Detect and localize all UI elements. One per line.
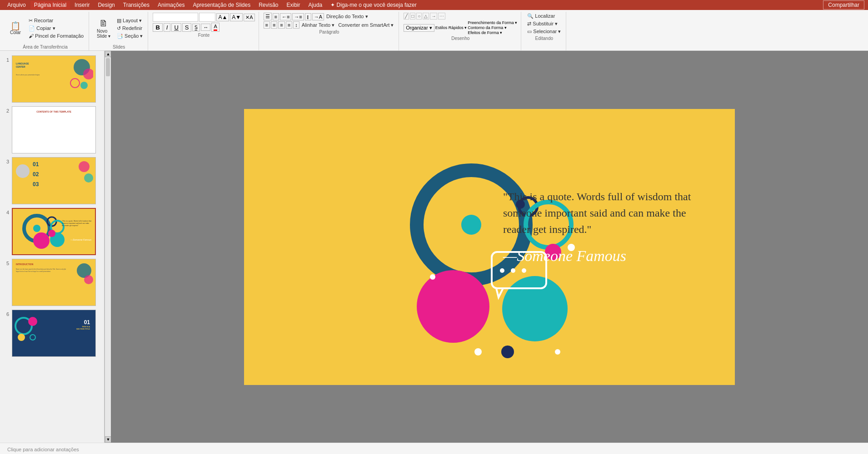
shadow-button[interactable]: S̲ xyxy=(192,24,200,31)
svg-point-17 xyxy=(28,317,37,326)
slide-thumb-6[interactable]: 6 01 THIS IS ASECTION TITLE xyxy=(2,309,102,358)
clipboard-sub-buttons: ✂ Recortar 📄 Copiar ▾ 🖌 Pincel de Format… xyxy=(27,17,85,39)
menu-ajuda[interactable]: Ajuda xyxy=(305,1,326,9)
scroll-thumb-area[interactable] xyxy=(105,57,111,436)
spacing-button[interactable]: ↔ xyxy=(201,24,210,31)
shape-line[interactable]: ╱ xyxy=(404,13,409,20)
align-center-button[interactable]: ≡ xyxy=(271,21,277,29)
slide-thumb-1[interactable]: 1 LANGUAGECENTER Here is where your pres… xyxy=(2,54,102,104)
fill-button[interactable]: Preenchimento da Forma ▾ xyxy=(468,20,517,25)
arrange-button[interactable]: Organizar ▾ xyxy=(404,24,434,32)
num-list-button[interactable]: ≡ xyxy=(273,13,279,20)
svg-point-29 xyxy=(511,268,515,273)
increase-indent-button[interactable]: →≡ xyxy=(292,13,304,20)
menu-pagina-inicial[interactable]: Página Inicial xyxy=(30,1,70,9)
canvas-area[interactable]: "This is a quote. Words full of wisdom t… xyxy=(111,51,868,443)
cut-button[interactable]: ✂ Recortar xyxy=(27,17,85,24)
increase-font-button[interactable]: A▲ xyxy=(216,13,229,21)
slide-panel: 1 LANGUAGECENTER Here is where your pres… xyxy=(0,51,105,443)
shape-arrow[interactable]: → xyxy=(430,13,437,20)
font-family-input[interactable] xyxy=(153,13,198,22)
clear-format-button[interactable]: ✕A xyxy=(244,14,254,21)
layout-button[interactable]: ▤ Layout ▾ xyxy=(115,17,144,24)
menu-revisao[interactable]: Revisão xyxy=(255,1,282,9)
col-button[interactable]: ⫿ xyxy=(305,13,311,20)
bullet-list-button[interactable]: ☰ xyxy=(264,13,272,20)
decrease-indent-button[interactable]: ←≡ xyxy=(280,13,291,20)
svg-point-14 xyxy=(84,275,93,284)
shape-more[interactable]: ⋯ xyxy=(438,13,445,20)
notes-bar[interactable]: Clique para adicionar anotações xyxy=(0,443,868,454)
slide-thumb-3[interactable]: 3 01 02 03 xyxy=(2,156,102,205)
effect-button[interactable]: Efeitos de Forma ▾ xyxy=(468,30,517,35)
scroll-down-button[interactable]: ▼ xyxy=(105,436,111,443)
slide-thumb-5[interactable]: 5 INTRODUCTION Name is in the lower pane… xyxy=(2,258,102,307)
menu-diga[interactable]: ✦ Diga-me o que você deseja fazer xyxy=(327,1,420,9)
strikethrough-button[interactable]: S xyxy=(182,23,192,32)
quote-text: "This is a quote. Words full of wisdom t… xyxy=(503,188,703,237)
bold-button[interactable]: B xyxy=(153,23,162,32)
slide-img-5[interactable]: INTRODUCTION Name is in the lower panel … xyxy=(12,259,96,306)
convert-smartart-button[interactable]: Converter em SmartArt ▾ xyxy=(337,22,395,29)
slide-img-6[interactable]: 01 THIS IS ASECTION TITLE xyxy=(12,310,96,357)
svg-point-25 xyxy=(502,276,568,341)
font-size-input[interactable] xyxy=(199,13,215,22)
svg-point-4 xyxy=(79,161,90,172)
shape-rect[interactable]: □ xyxy=(410,13,415,20)
scroll-thumb[interactable] xyxy=(106,58,110,76)
menu-animacoes[interactable]: Animações xyxy=(154,1,188,9)
align-left-button[interactable]: ≡ xyxy=(264,21,270,29)
menu-inserir[interactable]: Inserir xyxy=(71,1,93,9)
text-dir-button[interactable]: →A xyxy=(312,13,324,20)
line-spacing-button[interactable]: ↕ xyxy=(293,21,299,29)
text-direction-button[interactable]: Direção do Texto ▾ xyxy=(325,13,369,20)
slide-thumb-4[interactable]: 4 "This is a quote. Words full of wis xyxy=(2,207,102,256)
select-button[interactable]: ▭ Selecionar ▾ xyxy=(526,28,562,35)
menu-apresentacao[interactable]: Apresentação de Slides xyxy=(189,1,254,9)
decrease-font-button[interactable]: A▼ xyxy=(230,13,243,21)
section-button[interactable]: 📑 Seção ▾ xyxy=(115,33,144,39)
underline-button[interactable]: U xyxy=(171,23,181,32)
quick-style-a[interactable]: Estilos Rápidos ▾ xyxy=(435,25,467,30)
menu-exibir[interactable]: Exibir xyxy=(283,1,304,9)
slide-sub-buttons: ▤ Layout ▾ ↺ Redefinir 📑 Seção ▾ xyxy=(115,17,144,39)
slide-canvas[interactable]: "This is a quote. Words full of wisdom t… xyxy=(244,109,735,385)
clipboard-buttons: 📋 Colar ✂ Recortar 📄 Copiar ▾ 🖌 Pincel d… xyxy=(5,13,85,44)
italic-button[interactable]: I xyxy=(164,23,171,32)
replace-button[interactable]: ⇄ Substituir ▾ xyxy=(526,20,562,27)
slide-img-1[interactable]: LANGUAGECENTER Here is where your presen… xyxy=(12,55,96,103)
s1-title: LANGUAGECENTER xyxy=(16,62,29,68)
s3-photo xyxy=(16,164,30,178)
slide-thumb-2[interactable]: 2 CONTENTS OF THIS TEMPLATE xyxy=(2,105,102,154)
s5-circles xyxy=(66,262,93,293)
menu-arquivo[interactable]: Arquivo xyxy=(4,1,30,9)
align-right-button[interactable]: ≡ xyxy=(278,21,284,29)
menu-design[interactable]: Design xyxy=(94,1,118,9)
shape-circle[interactable]: ○ xyxy=(416,13,422,20)
new-slide-button[interactable]: 🗎 NovoSlide ▾ xyxy=(94,15,114,41)
align-text-button[interactable]: Alinhar Texto ▾ xyxy=(300,22,336,29)
menu-transicoes[interactable]: Transições xyxy=(120,1,153,9)
paste-button[interactable]: 📋 Colar xyxy=(5,15,25,41)
reset-button[interactable]: ↺ Redefinir xyxy=(115,25,144,32)
slide-panel-scrollbar[interactable]: ▲ ▼ xyxy=(105,51,111,443)
svg-point-21 xyxy=(461,215,481,235)
scroll-up-button[interactable]: ▲ xyxy=(105,51,111,57)
copy-button[interactable]: 📄 Copiar ▾ xyxy=(27,25,85,32)
format-painter-button[interactable]: 🖌 Pincel de Formatação xyxy=(27,33,85,39)
svg-point-32 xyxy=(430,274,435,280)
justify-button[interactable]: ≡ xyxy=(286,21,292,29)
slide-img-2[interactable]: CONTENTS OF THIS TEMPLATE xyxy=(12,106,96,153)
shape-tri[interactable]: △ xyxy=(423,13,429,20)
outline-button[interactable]: Contorno da Forma ▾ xyxy=(468,25,517,30)
ribbon-group-slides: 🗎 NovoSlide ▾ ▤ Layout ▾ ↺ Redefinir 📑 S… xyxy=(90,12,148,50)
share-button[interactable]: Compartilhar xyxy=(823,0,864,10)
font-color-button[interactable]: A xyxy=(211,23,219,32)
slide-num-3: 3 xyxy=(3,159,9,164)
notes-placeholder[interactable]: Clique para adicionar anotações xyxy=(7,447,79,452)
find-button[interactable]: 🔍 Localizar xyxy=(526,13,562,20)
slide-img-4[interactable]: "This is a quote. Words full of wisdom t… xyxy=(12,208,96,255)
slide-img-3[interactable]: 01 02 03 xyxy=(12,157,96,204)
svg-point-19 xyxy=(30,335,35,340)
s1-subtitle: Here is where your presentation begins xyxy=(16,74,40,76)
